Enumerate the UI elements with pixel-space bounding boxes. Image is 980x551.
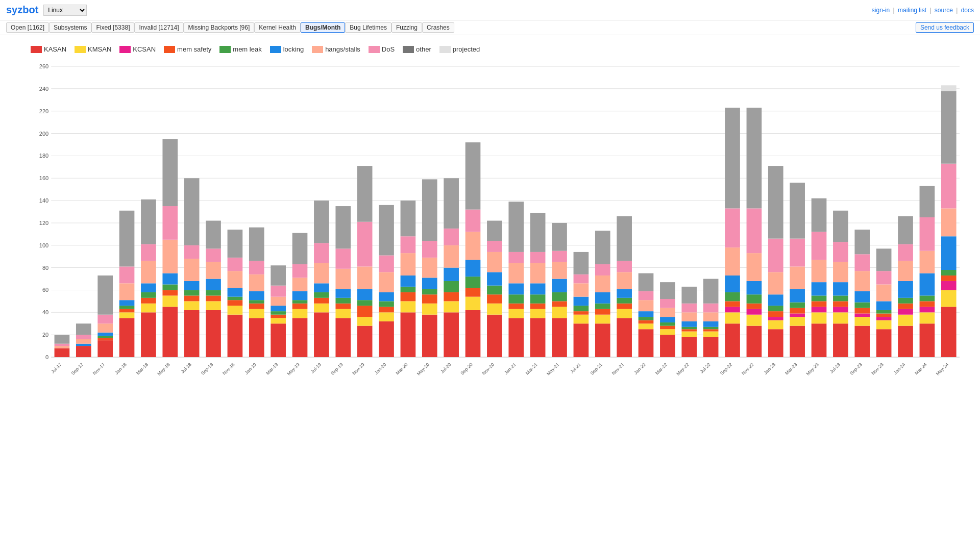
bar-segment-kasan[interactable] xyxy=(119,318,135,357)
bar-segment-hangs[interactable] xyxy=(55,346,70,348)
bar-segment-hangs[interactable] xyxy=(97,323,113,333)
bar-segment-other[interactable] xyxy=(725,108,740,208)
bar-segment-dos[interactable] xyxy=(574,274,589,284)
bar-segment-dos[interactable] xyxy=(206,248,221,262)
bar-segment-memsafety[interactable] xyxy=(747,304,762,309)
bar-segment-memsafety[interactable] xyxy=(379,307,394,312)
bar-segment-kasan[interactable] xyxy=(357,326,373,357)
bar-segment-dos[interactable] xyxy=(357,222,373,267)
bar-segment-dos[interactable] xyxy=(639,291,654,300)
bar-segment-kmsan[interactable] xyxy=(876,320,892,330)
bar-segment-locking[interactable] xyxy=(228,288,243,297)
bar-segment-other[interactable] xyxy=(574,252,589,274)
bar-segment-other[interactable] xyxy=(617,216,632,261)
bar-segment-locking[interactable] xyxy=(920,273,935,296)
bar-segment-dos[interactable] xyxy=(271,286,286,297)
bar-segment-kcsan[interactable] xyxy=(747,309,762,315)
bar-segment-memsafety[interactable] xyxy=(97,338,113,340)
bar-segment-other[interactable] xyxy=(768,166,783,239)
signin-link[interactable]: sign-in xyxy=(872,7,890,14)
bar-segment-locking[interactable] xyxy=(271,306,286,311)
nav-btn-bugs-month[interactable]: Bugs/Month xyxy=(301,22,345,33)
bar-segment-hangs[interactable] xyxy=(552,262,567,279)
bar-segment-other[interactable] xyxy=(530,213,546,252)
bar-segment-kmsan[interactable] xyxy=(335,309,351,318)
logo[interactable]: syzbot xyxy=(6,4,38,16)
bar-segment-dos[interactable] xyxy=(184,245,200,259)
bar-segment-memleak[interactable] xyxy=(790,303,805,308)
nav-btn-kernel-health[interactable]: Kernel Health xyxy=(254,22,301,33)
bar-segment-kmsan[interactable] xyxy=(162,295,178,307)
bar-segment-other[interactable] xyxy=(487,221,502,241)
source-link[interactable]: source xyxy=(935,7,953,14)
bar-segment-locking[interactable] xyxy=(574,297,589,306)
bar-segment-locking[interactable] xyxy=(552,279,567,292)
bar-segment-hangs[interactable] xyxy=(660,308,675,317)
bar-segment-memsafety[interactable] xyxy=(162,290,178,295)
bar-segment-hangs[interactable] xyxy=(617,272,632,289)
bar-segment-projected[interactable] xyxy=(941,85,957,91)
bar-segment-kcsan[interactable] xyxy=(725,307,740,312)
bar-segment-dos[interactable] xyxy=(228,258,243,271)
send-feedback-button[interactable]: Send us feedback xyxy=(916,22,974,33)
nav-btn-missing-backports--96-[interactable]: Missing Backports [96] xyxy=(184,22,255,33)
bar-segment-kasan[interactable] xyxy=(574,323,589,357)
bar-segment-memsafety[interactable] xyxy=(898,304,913,309)
bar-segment-other[interactable] xyxy=(465,142,481,210)
bar-segment-memleak[interactable] xyxy=(422,289,437,294)
bar-segment-other[interactable] xyxy=(552,223,567,251)
bar-segment-other[interactable] xyxy=(422,179,437,241)
bar-segment-kasan[interactable] xyxy=(595,323,610,357)
bar-segment-locking[interactable] xyxy=(401,276,416,287)
bar-segment-memleak[interactable] xyxy=(487,286,502,295)
bar-segment-memleak[interactable] xyxy=(574,306,589,311)
bar-segment-other[interactable] xyxy=(357,166,373,222)
bar-segment-kmsan[interactable] xyxy=(249,309,264,318)
bar-segment-dos[interactable] xyxy=(876,271,892,284)
bar-segment-locking[interactable] xyxy=(487,272,502,285)
bar-segment-kmsan[interactable] xyxy=(206,301,221,310)
bar-segment-kasan[interactable] xyxy=(617,318,632,357)
bar-segment-kmsan[interactable] xyxy=(422,304,437,315)
bar-segment-kasan[interactable] xyxy=(249,318,264,357)
bar-segment-dos[interactable] xyxy=(530,252,546,263)
bar-segment-locking[interactable] xyxy=(422,278,437,289)
bar-segment-dos[interactable] xyxy=(833,242,848,262)
bar-segment-dos[interactable] xyxy=(725,208,740,247)
bar-segment-dos[interactable] xyxy=(768,239,783,272)
bar-segment-hangs[interactable] xyxy=(574,283,589,296)
bar-segment-dos[interactable] xyxy=(465,210,481,232)
bar-segment-memleak[interactable] xyxy=(833,295,848,301)
bar-segment-memsafety[interactable] xyxy=(768,311,783,317)
bar-segment-hangs[interactable] xyxy=(119,283,135,300)
bar-segment-memsafety[interactable] xyxy=(639,320,654,324)
bar-segment-hangs[interactable] xyxy=(833,262,848,282)
bar-segment-dos[interactable] xyxy=(162,206,178,240)
bar-segment-memleak[interactable] xyxy=(876,310,892,314)
bar-segment-kasan[interactable] xyxy=(639,329,654,357)
bar-segment-memleak[interactable] xyxy=(465,277,481,288)
bar-segment-other[interactable] xyxy=(703,279,719,304)
bar-segment-other[interactable] xyxy=(55,335,70,344)
bar-segment-memsafety[interactable] xyxy=(681,329,697,331)
nav-btn-crashes[interactable]: Crashes xyxy=(422,22,454,33)
bar-segment-other[interactable] xyxy=(508,202,524,252)
bar-segment-dos[interactable] xyxy=(747,208,762,253)
bar-segment-kmsan[interactable] xyxy=(271,318,286,323)
bar-segment-memsafety[interactable] xyxy=(854,308,870,314)
bar-segment-dos[interactable] xyxy=(681,304,697,313)
bar-segment-memsafety[interactable] xyxy=(920,301,935,307)
bar-segment-kmsan[interactable] xyxy=(465,297,481,310)
bar-segment-hangs[interactable] xyxy=(271,297,286,306)
bar-segment-other[interactable] xyxy=(76,323,91,335)
bar-segment-kasan[interactable] xyxy=(97,340,113,357)
bar-segment-other[interactable] xyxy=(271,265,286,285)
bar-segment-hangs[interactable] xyxy=(335,269,351,289)
bar-segment-kcsan[interactable] xyxy=(941,281,957,290)
bar-segment-hangs[interactable] xyxy=(292,278,308,291)
bar-segment-other[interactable] xyxy=(184,178,200,245)
bar-segment-hangs[interactable] xyxy=(725,247,740,276)
bar-segment-memsafety[interactable] xyxy=(206,295,221,301)
bar-segment-locking[interactable] xyxy=(617,289,632,298)
bar-segment-dos[interactable] xyxy=(812,232,827,260)
